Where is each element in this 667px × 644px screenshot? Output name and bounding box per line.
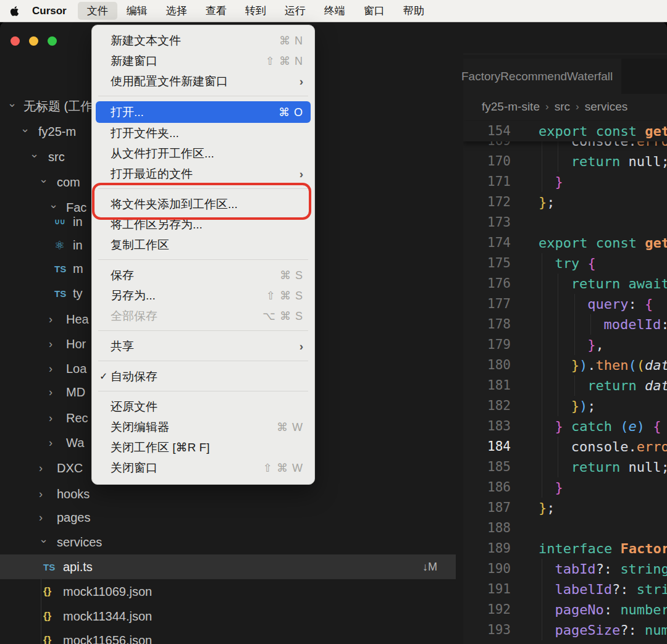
menubar-item-编辑[interactable]: 编辑 [117,2,157,20]
code-line[interactable]: 178modelId: [463,314,667,335]
code-line[interactable]: 175try { [463,253,667,274]
breadcrumb-item-fy25-m-site[interactable]: fy25-m-site [482,100,540,114]
explorer-row-pages[interactable]: ›pages [0,505,456,530]
code-line[interactable]: 192pageNo: number [463,600,667,620]
zoom-window-button[interactable] [48,36,57,46]
line-number: 184 [463,437,511,457]
menu-item[interactable]: 关闭窗口⇧ ⌘ W [96,458,311,478]
menubar-item-终端[interactable]: 终端 [315,2,354,20]
code-line[interactable]: 181return dat [463,375,667,396]
menu-item[interactable]: 新建窗口⇧ ⌘ N [96,51,311,71]
menubar-item-查看[interactable]: 查看 [196,2,236,20]
menu-item-label: 关闭窗口 [111,460,263,476]
code-line[interactable]: 171} [463,172,667,192]
indent-guide [542,375,542,396]
ts-file-icon: TS [54,288,66,299]
explorer-row-hooks[interactable]: ›hooks [0,482,456,506]
code-line[interactable]: 190tabId?: string [463,559,667,579]
json-file-icon: {} [43,610,51,622]
sticky-code-line[interactable]: 154export const get [463,121,667,141]
menu-item-label: 共享 [111,338,300,354]
code-line[interactable]: 176return await [463,274,667,294]
explorer-row-mock11656.json[interactable]: {}mock11656.json [0,628,456,644]
menu-item-label: 使用配置文件新建窗口 [111,73,300,90]
menubar-item-窗口[interactable]: 窗口 [354,2,394,20]
code-line[interactable]: 170return null; [463,151,667,172]
menu-separator [98,188,308,189]
explorer-row-mock11069.json[interactable]: {}mock11069.json [0,579,456,604]
explorer-label: mock11656.json [63,634,152,644]
code-line[interactable]: 183} catch (e) { [463,416,667,437]
menu-item[interactable]: 关闭工作区 [⌘R F] [96,437,311,458]
menu-item-label: 还原文件 [111,399,303,415]
explorer-row-api.ts[interactable]: TSapi.ts↓M [0,554,456,579]
line-number: 176 [463,274,511,294]
menu-item[interactable]: 全部保存⌥ ⌘ S [96,306,311,326]
code-text: return null; [571,457,667,477]
code-line[interactable]: 180}).then((dat [463,355,667,375]
line-number: 185 [463,457,511,477]
menubar-item-选择[interactable]: 选择 [157,2,196,20]
explorer-label: Wa [66,436,84,450]
code-area[interactable]: 169console.erro170return null;171}172};1… [463,120,667,644]
menu-item[interactable]: 打开最近的文件› [96,164,311,184]
code-line[interactable]: 186} [463,477,667,498]
code-line[interactable]: 174export const get [463,233,667,253]
explorer-row-services[interactable]: ⌄services [0,530,456,554]
code-line[interactable]: 172}; [463,192,667,212]
menu-item-shortcut: ⇧ ⌘ N [266,54,303,68]
code-line[interactable]: 187}; [463,498,667,518]
menubar-item-运行[interactable]: 运行 [275,2,315,20]
apple-logo-icon[interactable] [0,6,28,17]
menu-item-shortcut: ⌘ O [279,106,303,119]
menu-item[interactable]: 打开...⌘ O [96,101,311,123]
menubar-items: 文件编辑选择查看转到运行终端窗口帮助 [78,2,434,20]
menu-item[interactable]: 复制工作区 [96,235,311,255]
menubar-item-文件[interactable]: 文件 [78,2,117,20]
line-number: 191 [463,579,511,600]
minimize-window-button[interactable] [29,36,38,46]
code-line[interactable]: 173 [463,212,667,233]
code-text: }).then((dat [571,355,667,375]
chevron-right-icon: › [49,387,52,398]
menu-item[interactable]: 另存为...⇧ ⌘ S [96,285,311,306]
menu-item-label: 新建文本文件 [111,33,279,49]
code-line[interactable]: 189interface Factor [463,538,667,559]
code-line[interactable]: 177query: { [463,294,667,314]
code-line[interactable]: 193pageSize?: num [463,620,667,640]
menu-item[interactable]: 使用配置文件新建窗口› [96,71,311,91]
menu-item[interactable]: 打开文件夹... [96,123,311,143]
menu-item[interactable]: ✓自动保存 [96,366,311,387]
code-line[interactable]: 194} [463,640,667,644]
explorer-row-mock11344.json[interactable]: {}mock11344.json [0,604,456,629]
breadcrumb-item-src[interactable]: src [555,100,570,114]
line-number: 189 [463,538,511,559]
menu-item[interactable]: 新建文本文件⌘ N [96,30,311,51]
indent-guide [558,335,558,355]
menu-item[interactable]: 保存⌘ S [96,265,311,285]
app-name[interactable]: Cursor [28,5,78,17]
code-line[interactable]: 188 [463,518,667,538]
code-line[interactable]: 185return null; [463,457,667,477]
menubar-item-帮助[interactable]: 帮助 [394,2,434,20]
code-line[interactable]: 179}, [463,335,667,355]
menubar-item-转到[interactable]: 转到 [236,2,275,20]
code-text: interface Factor [539,538,667,559]
tab-factory-recommend-waterfall[interactable]: FactoryRecommendWaterfall [463,59,621,94]
code-line[interactable]: 182}); [463,396,667,416]
code-text: } [555,477,563,498]
menu-item[interactable]: 将文件夹添加到工作区... [96,194,311,214]
line-number: 186 [463,477,511,498]
close-window-button[interactable] [10,36,20,46]
explorer-label: src [48,150,65,164]
explorer-label: pages [57,511,91,525]
menu-item[interactable]: 共享› [96,336,311,356]
code-line[interactable]: 184console.erro [463,437,667,457]
menu-item[interactable]: 关闭编辑器⌘ W [96,417,311,437]
menu-item[interactable]: 还原文件 [96,396,311,417]
menu-item-label: 自动保存 [111,369,303,385]
code-line[interactable]: 191labelId?: stri [463,579,667,600]
breadcrumb-item-services[interactable]: services [585,100,628,114]
menu-item[interactable]: 从文件打开工作区... [96,143,311,164]
menu-item[interactable]: 将工作区另存为... [96,214,311,235]
